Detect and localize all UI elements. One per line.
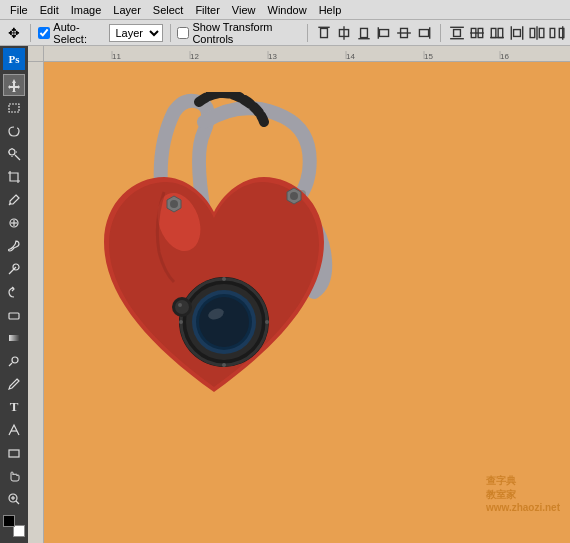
svg-rect-1 [321, 28, 328, 37]
svg-rect-26 [539, 28, 544, 37]
color-swatch-group[interactable] [3, 515, 25, 537]
svg-point-70 [222, 277, 226, 281]
shape-tool-btn[interactable] [3, 442, 25, 464]
foreground-color-swatch[interactable] [3, 515, 15, 527]
magic-wand-tool-btn[interactable] [3, 143, 25, 165]
toolbar-sep-3 [307, 24, 308, 42]
ruler-top: 11 12 13 14 15 16 17 [28, 46, 570, 62]
svg-rect-45 [9, 335, 19, 341]
watermark-line2: 教室家 [486, 488, 560, 502]
auto-select-dropdown[interactable]: Layer [109, 24, 163, 42]
align-top-edges-icon[interactable] [315, 24, 333, 42]
menu-layer[interactable]: Layer [107, 2, 147, 18]
svg-rect-44 [9, 313, 19, 319]
align-left-edges-icon[interactable] [375, 24, 393, 42]
watermark-line1: 查字典 [486, 474, 560, 488]
svg-point-76 [178, 303, 182, 307]
move-tool-icon[interactable]: ✥ [4, 22, 23, 44]
show-transform-label: Show Transform Controls [192, 21, 300, 45]
watermark-line3: www.zhaozi.net [486, 502, 560, 513]
svg-point-73 [265, 320, 269, 324]
align-vertical-centers-icon[interactable] [335, 24, 353, 42]
brush-tool-btn[interactable] [3, 235, 25, 257]
healing-brush-tool-btn[interactable] [3, 212, 25, 234]
menu-bar: File Edit Image Layer Select Filter View… [0, 0, 570, 20]
menu-view[interactable]: View [226, 2, 262, 18]
svg-rect-25 [530, 28, 535, 37]
toolbar-sep-4 [440, 24, 441, 42]
gradient-tool-btn[interactable] [3, 327, 25, 349]
toolbar-sep-2 [170, 24, 171, 42]
svg-point-78 [170, 200, 178, 208]
ps-badge: Ps [3, 48, 25, 70]
align-bottom-edges-icon[interactable] [355, 24, 373, 42]
ruler-left [28, 62, 44, 543]
svg-rect-31 [9, 104, 19, 112]
svg-point-68 [199, 297, 249, 347]
canvas-area: 11 12 13 14 15 16 17 [28, 46, 570, 543]
marquee-tool-btn[interactable] [3, 97, 25, 119]
distribute-icons-group [448, 24, 566, 42]
svg-rect-18 [491, 28, 496, 37]
svg-rect-49 [9, 450, 19, 457]
distribute-vertical-centers-icon[interactable] [468, 24, 486, 42]
auto-select-checkbox[interactable] [38, 27, 50, 39]
svg-point-46 [12, 357, 18, 363]
hand-tool-btn[interactable] [3, 465, 25, 487]
svg-point-75 [175, 300, 189, 314]
ruler-left-ticks [28, 62, 44, 543]
menu-help[interactable]: Help [313, 2, 348, 18]
distribute-left-edges-icon[interactable] [508, 24, 526, 42]
artwork-heart [84, 92, 344, 442]
main-area: Ps [0, 46, 570, 543]
align-right-edges-icon[interactable] [415, 24, 433, 42]
svg-point-80 [290, 192, 298, 200]
path-selection-tool-btn[interactable] [3, 419, 25, 441]
auto-select-label: Auto-Select: [53, 21, 104, 45]
distribute-bottom-edges-icon[interactable] [488, 24, 506, 42]
svg-line-47 [9, 363, 12, 366]
svg-rect-27 [550, 28, 555, 37]
zoom-tool-btn[interactable] [3, 488, 25, 510]
ruler-corner [28, 46, 44, 62]
ruler-top-ticks [60, 51, 570, 61]
align-icons-group [315, 24, 433, 42]
menu-file[interactable]: File [4, 2, 34, 18]
eyedropper-tool-btn[interactable] [3, 189, 25, 211]
eraser-tool-btn[interactable] [3, 304, 25, 326]
auto-select-group: Auto-Select: [38, 21, 104, 45]
svg-point-71 [222, 363, 226, 367]
menu-image[interactable]: Image [65, 2, 108, 18]
align-horizontal-centers-icon[interactable] [395, 24, 413, 42]
move-tool-btn[interactable] [3, 74, 25, 96]
svg-line-43 [9, 267, 16, 274]
svg-rect-7 [380, 29, 389, 36]
svg-rect-14 [454, 29, 461, 36]
menu-select[interactable]: Select [147, 2, 190, 18]
photoshop-canvas[interactable]: 查字典 教室家 www.zhaozi.net [44, 62, 570, 543]
menu-filter[interactable]: Filter [189, 2, 225, 18]
svg-rect-11 [420, 29, 429, 36]
show-transform-checkbox[interactable] [177, 27, 189, 39]
distribute-top-edges-icon[interactable] [448, 24, 466, 42]
lasso-tool-btn[interactable] [3, 120, 25, 142]
canvas-wrapper: 查字典 教室家 www.zhaozi.net [28, 62, 570, 543]
distribute-right-edges-icon[interactable] [548, 24, 566, 42]
ruler-top-marks: 11 12 13 14 15 16 17 [60, 46, 570, 61]
svg-rect-19 [498, 28, 503, 37]
svg-line-51 [16, 501, 19, 504]
crop-tool-btn[interactable] [3, 166, 25, 188]
type-tool-btn[interactable]: T [3, 396, 25, 418]
menu-window[interactable]: Window [262, 2, 313, 18]
transform-group: Show Transform Controls [177, 21, 300, 45]
svg-point-72 [179, 320, 183, 324]
toolbar-sep-1 [30, 24, 31, 42]
left-toolbar: Ps [0, 46, 28, 543]
dodge-tool-btn[interactable] [3, 350, 25, 372]
history-brush-tool-btn[interactable] [3, 281, 25, 303]
pen-tool-btn[interactable] [3, 373, 25, 395]
distribute-horizontal-centers-icon[interactable] [528, 24, 546, 42]
svg-marker-30 [8, 79, 20, 92]
menu-edit[interactable]: Edit [34, 2, 65, 18]
clone-stamp-tool-btn[interactable] [3, 258, 25, 280]
